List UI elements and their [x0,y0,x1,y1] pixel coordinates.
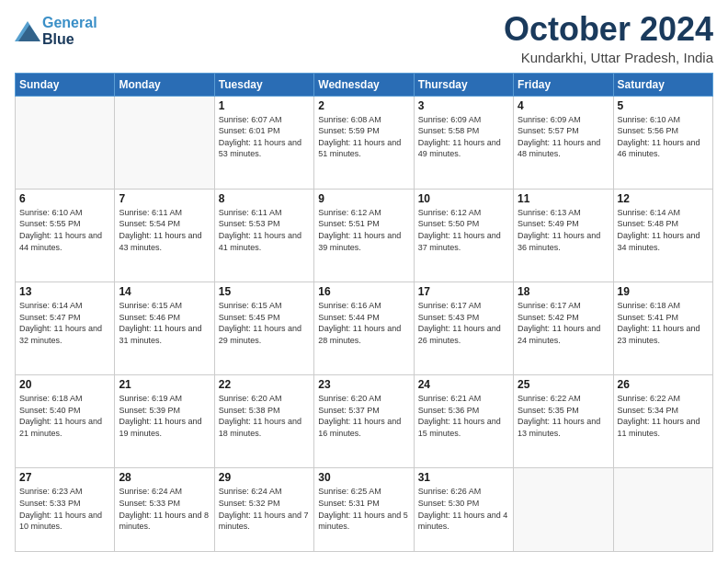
day-number: 20 [19,378,110,391]
day-info: Sunrise: 6:07 AMSunset: 6:01 PMDaylight:… [219,114,310,160]
calendar-cell: 23Sunrise: 6:20 AMSunset: 5:37 PMDayligh… [314,375,414,468]
calendar-cell: 26Sunrise: 6:22 AMSunset: 5:34 PMDayligh… [613,375,712,468]
calendar-cell: 22Sunrise: 6:20 AMSunset: 5:38 PMDayligh… [214,375,313,468]
weekday-header: Tuesday [214,73,313,96]
calendar-cell: 3Sunrise: 6:09 AMSunset: 5:58 PMDaylight… [414,96,513,189]
day-info: Sunrise: 6:10 AMSunset: 5:56 PMDaylight:… [618,114,709,160]
day-info: Sunrise: 6:15 AMSunset: 5:46 PMDaylight:… [119,300,210,346]
logo-text-line2: Blue [42,31,97,48]
calendar-cell: 28Sunrise: 6:24 AMSunset: 5:33 PMDayligh… [115,468,214,552]
day-info: Sunrise: 6:14 AMSunset: 5:48 PMDaylight:… [618,207,709,253]
page: General Blue October 2024 Kundarkhi, Utt… [0,0,728,563]
weekday-header: Monday [115,73,214,96]
calendar-cell: 15Sunrise: 6:15 AMSunset: 5:45 PMDayligh… [214,282,313,375]
calendar-cell [514,468,613,552]
calendar-cell: 24Sunrise: 6:21 AMSunset: 5:36 PMDayligh… [414,375,513,468]
day-info: Sunrise: 6:12 AMSunset: 5:50 PMDaylight:… [418,207,509,253]
calendar-cell: 9Sunrise: 6:12 AMSunset: 5:51 PMDaylight… [314,189,414,282]
calendar-cell: 27Sunrise: 6:23 AMSunset: 5:33 PMDayligh… [16,468,115,552]
calendar-table: SundayMondayTuesdayWednesdayThursdayFrid… [15,73,713,552]
day-info: Sunrise: 6:24 AMSunset: 5:32 PMDaylight:… [219,486,310,532]
day-number: 15 [219,285,310,298]
day-number: 29 [219,471,310,484]
day-number: 1 [219,99,310,112]
calendar-cell: 14Sunrise: 6:15 AMSunset: 5:46 PMDayligh… [115,282,214,375]
day-number: 24 [418,378,509,391]
day-number: 16 [318,285,409,298]
day-number: 25 [518,378,609,391]
calendar-header-row: SundayMondayTuesdayWednesdayThursdayFrid… [16,73,713,96]
day-info: Sunrise: 6:22 AMSunset: 5:34 PMDaylight:… [618,393,709,439]
calendar-cell: 10Sunrise: 6:12 AMSunset: 5:50 PMDayligh… [414,189,513,282]
day-number: 31 [418,471,509,484]
day-info: Sunrise: 6:20 AMSunset: 5:38 PMDaylight:… [219,393,310,439]
day-info: Sunrise: 6:17 AMSunset: 5:42 PMDaylight:… [518,300,609,346]
day-number: 11 [518,192,609,205]
day-number: 30 [318,471,409,484]
day-info: Sunrise: 6:13 AMSunset: 5:49 PMDaylight:… [518,207,609,253]
calendar-week-row: 27Sunrise: 6:23 AMSunset: 5:33 PMDayligh… [16,468,713,552]
day-number: 9 [318,192,409,205]
calendar-cell: 13Sunrise: 6:14 AMSunset: 5:47 PMDayligh… [16,282,115,375]
calendar-week-row: 20Sunrise: 6:18 AMSunset: 5:40 PMDayligh… [16,375,713,468]
calendar-cell [16,96,115,189]
calendar-cell: 21Sunrise: 6:19 AMSunset: 5:39 PMDayligh… [115,375,214,468]
day-info: Sunrise: 6:12 AMSunset: 5:51 PMDaylight:… [318,207,409,253]
day-info: Sunrise: 6:23 AMSunset: 5:33 PMDaylight:… [19,486,110,532]
logo-text-line1: General [42,15,97,31]
calendar-cell: 25Sunrise: 6:22 AMSunset: 5:35 PMDayligh… [514,375,613,468]
day-number: 23 [318,378,409,391]
day-info: Sunrise: 6:11 AMSunset: 5:53 PMDaylight:… [219,207,310,253]
location: Kundarkhi, Uttar Pradesh, India [504,50,713,65]
day-info: Sunrise: 6:09 AMSunset: 5:58 PMDaylight:… [418,114,509,160]
day-number: 19 [618,285,709,298]
day-number: 13 [19,285,110,298]
weekday-header: Saturday [613,73,712,96]
day-info: Sunrise: 6:09 AMSunset: 5:57 PMDaylight:… [518,114,609,160]
day-info: Sunrise: 6:18 AMSunset: 5:41 PMDaylight:… [618,300,709,346]
calendar-cell: 2Sunrise: 6:08 AMSunset: 5:59 PMDaylight… [314,96,414,189]
weekday-header: Wednesday [314,73,414,96]
calendar-cell: 17Sunrise: 6:17 AMSunset: 5:43 PMDayligh… [414,282,513,375]
calendar-week-row: 13Sunrise: 6:14 AMSunset: 5:47 PMDayligh… [16,282,713,375]
calendar-cell: 12Sunrise: 6:14 AMSunset: 5:48 PMDayligh… [613,189,712,282]
month-title: October 2024 [504,11,713,48]
day-number: 22 [219,378,310,391]
day-info: Sunrise: 6:25 AMSunset: 5:31 PMDaylight:… [318,486,409,532]
header: General Blue October 2024 Kundarkhi, Utt… [15,11,713,65]
calendar-cell [115,96,214,189]
day-number: 14 [119,285,210,298]
calendar-cell: 4Sunrise: 6:09 AMSunset: 5:57 PMDaylight… [514,96,613,189]
day-number: 2 [318,99,409,112]
day-info: Sunrise: 6:19 AMSunset: 5:39 PMDaylight:… [119,393,210,439]
logo: General Blue [15,15,97,47]
title-area: October 2024 Kundarkhi, Uttar Pradesh, I… [504,11,713,65]
day-info: Sunrise: 6:20 AMSunset: 5:37 PMDaylight:… [318,393,409,439]
day-number: 7 [119,192,210,205]
day-info: Sunrise: 6:11 AMSunset: 5:54 PMDaylight:… [119,207,210,253]
calendar-cell: 6Sunrise: 6:10 AMSunset: 5:55 PMDaylight… [16,189,115,282]
day-info: Sunrise: 6:16 AMSunset: 5:44 PMDaylight:… [318,300,409,346]
calendar-cell: 18Sunrise: 6:17 AMSunset: 5:42 PMDayligh… [514,282,613,375]
calendar-cell: 16Sunrise: 6:16 AMSunset: 5:44 PMDayligh… [314,282,414,375]
day-number: 26 [618,378,709,391]
calendar-cell: 1Sunrise: 6:07 AMSunset: 6:01 PMDaylight… [214,96,313,189]
calendar-cell: 30Sunrise: 6:25 AMSunset: 5:31 PMDayligh… [314,468,414,552]
calendar-cell: 31Sunrise: 6:26 AMSunset: 5:30 PMDayligh… [414,468,513,552]
day-info: Sunrise: 6:08 AMSunset: 5:59 PMDaylight:… [318,114,409,160]
day-number: 5 [618,99,709,112]
calendar-cell: 29Sunrise: 6:24 AMSunset: 5:32 PMDayligh… [214,468,313,552]
logo-icon [15,21,40,41]
day-number: 8 [219,192,310,205]
day-number: 28 [119,471,210,484]
day-info: Sunrise: 6:10 AMSunset: 5:55 PMDaylight:… [19,207,110,253]
day-number: 4 [518,99,609,112]
day-info: Sunrise: 6:18 AMSunset: 5:40 PMDaylight:… [19,393,110,439]
calendar-cell: 20Sunrise: 6:18 AMSunset: 5:40 PMDayligh… [16,375,115,468]
day-number: 12 [618,192,709,205]
day-info: Sunrise: 6:21 AMSunset: 5:36 PMDaylight:… [418,393,509,439]
day-info: Sunrise: 6:24 AMSunset: 5:33 PMDaylight:… [119,486,210,532]
day-number: 10 [418,192,509,205]
calendar-cell: 11Sunrise: 6:13 AMSunset: 5:49 PMDayligh… [514,189,613,282]
calendar-week-row: 1Sunrise: 6:07 AMSunset: 6:01 PMDaylight… [16,96,713,189]
